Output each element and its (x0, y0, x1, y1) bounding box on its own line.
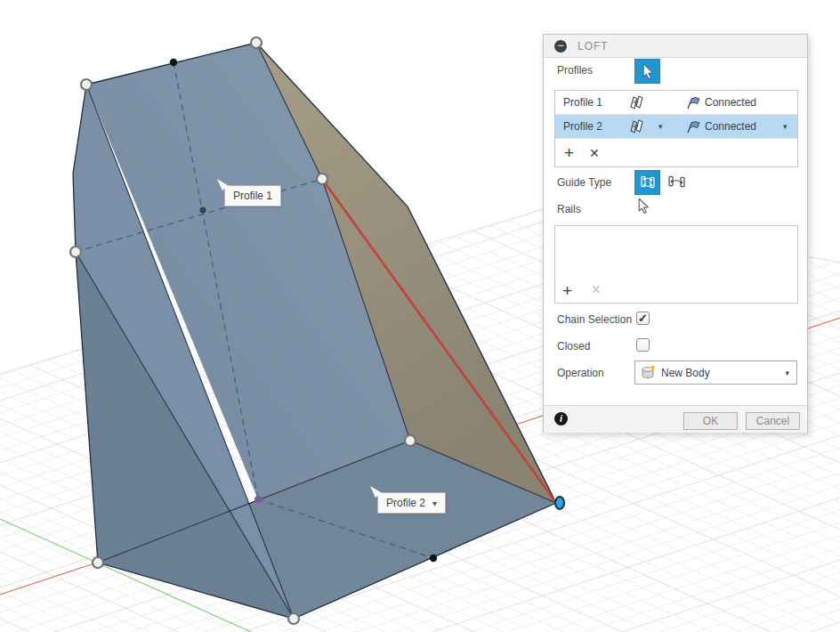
info-icon[interactable]: i (554, 412, 568, 425)
profile-row-1-continuity: Connected (705, 96, 756, 109)
connected-flag-icon (685, 96, 701, 109)
add-profile-button[interactable]: + (564, 145, 574, 161)
chevron-down-icon[interactable]: ▾ (432, 498, 437, 508)
closed-label: Closed (557, 340, 590, 352)
profile1-tag-label: Profile 1 (233, 190, 272, 202)
chain-selection-checkbox[interactable]: ✓ (636, 312, 650, 325)
cursor-icon (642, 64, 653, 79)
guide-type-label: Guide Type (557, 176, 611, 189)
ok-button[interactable]: OK (683, 412, 738, 430)
rails-select-cursor-icon[interactable] (638, 199, 649, 214)
profile1-tag[interactable]: Profile 1 (224, 185, 281, 207)
rails-guide-icon (639, 174, 657, 190)
profile2-tag-label: Profile 2 (386, 497, 425, 509)
profile-row-2-name: Profile 2 (563, 120, 615, 133)
sketch-point-top[interactable] (170, 59, 177, 66)
rails-list[interactable]: + ✕ (554, 225, 798, 304)
profiles-select-button[interactable] (634, 59, 660, 84)
loft-dialog: − LOFT Profiles Profile 1 (543, 34, 808, 433)
chevron-down-icon[interactable]: ▾ (783, 122, 788, 131)
remove-rail-button-disabled: ✕ (591, 282, 602, 296)
cancel-button[interactable]: Cancel (746, 412, 800, 430)
profiles-table: Profile 1 Connected Profile 2 (554, 90, 798, 167)
sketch-point-purple[interactable] (254, 496, 262, 503)
add-rail-button[interactable]: + (562, 283, 572, 299)
collapse-icon[interactable]: − (554, 40, 567, 53)
operation-dropdown[interactable]: New Body ▾ (634, 361, 797, 385)
guide-type-rails-button[interactable] (634, 170, 660, 195)
fusion-viewport: Profile 1 Profile 2▾ − LOFT Profiles Pro… (0, 0, 840, 632)
profile-row-2[interactable]: Profile 2 ▾ Connected ▾ (555, 115, 797, 139)
rails-label: Rails (557, 203, 581, 215)
sketch-point-bottom[interactable] (430, 555, 437, 562)
connected-flag-icon (685, 120, 701, 134)
operation-label: Operation (557, 367, 604, 379)
profile-row-1-name: Profile 1 (563, 96, 615, 109)
dialog-title: LOFT (578, 40, 609, 53)
operation-value: New Body (661, 367, 710, 379)
new-body-icon (640, 364, 657, 381)
profile-sketch-icon (628, 95, 644, 109)
check-icon: ✓ (638, 312, 648, 325)
dialog-footer: i OK Cancel (544, 405, 807, 433)
chevron-down-icon[interactable]: ▾ (785, 369, 789, 377)
profile-sketch-icon (628, 119, 644, 134)
profile-row-1[interactable]: Profile 1 Connected (555, 91, 797, 115)
remove-profile-button[interactable]: ✕ (589, 146, 600, 160)
profile-row-2-continuity: Connected (705, 120, 756, 133)
profiles-table-tools: + ✕ (555, 139, 797, 166)
dialog-header[interactable]: − LOFT (544, 35, 807, 58)
closed-checkbox[interactable] (636, 338, 650, 352)
profiles-label: Profiles (557, 64, 593, 77)
selected-point[interactable] (555, 497, 564, 509)
sketch-center-point[interactable] (199, 207, 206, 213)
chevron-down-icon[interactable]: ▾ (658, 122, 663, 131)
chain-selection-label: Chain Selection (557, 313, 632, 326)
guide-type-centerline-button[interactable] (666, 174, 689, 191)
profile2-tag[interactable]: Profile 2▾ (377, 492, 446, 514)
